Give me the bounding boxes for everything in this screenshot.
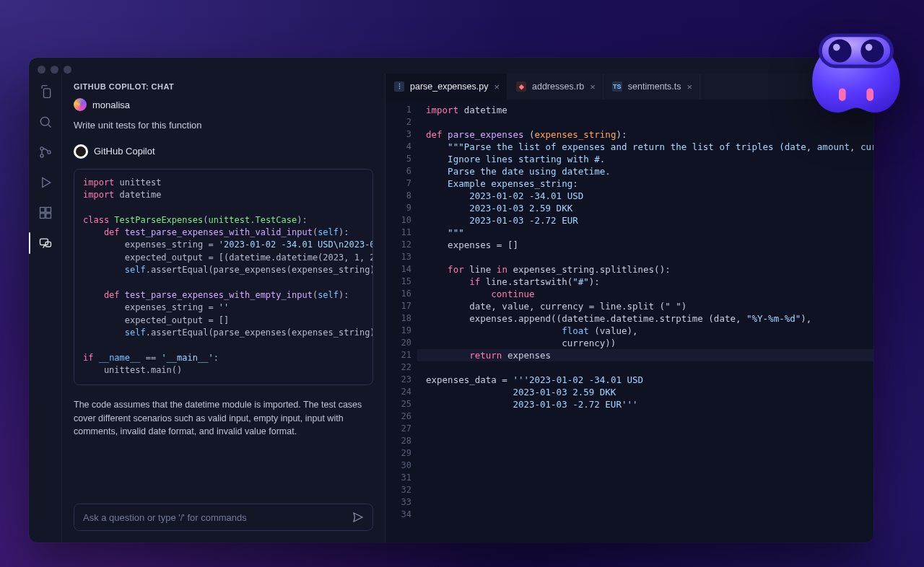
close-icon[interactable]: ×	[687, 82, 693, 92]
svg-point-2	[40, 154, 43, 157]
close-icon[interactable]: ×	[590, 82, 596, 92]
user-prompt: Write unit tests for this function	[74, 118, 373, 133]
svg-point-14	[866, 44, 873, 51]
svg-point-13	[833, 44, 840, 51]
run-debug-icon[interactable]	[38, 175, 53, 190]
editor-area: ⋮ parse_expenses.py × ◆ addresses.rb × T…	[385, 74, 873, 542]
window-min-dot[interactable]	[51, 66, 58, 74]
tab-sentiments[interactable]: TS sentiments.ts ×	[603, 74, 700, 100]
window-close-dot[interactable]	[38, 66, 45, 74]
assistant-code-block: import unittest import datetime class Te…	[74, 169, 373, 385]
extensions-icon[interactable]	[38, 205, 53, 221]
tab-label: parse_expenses.py	[410, 82, 488, 92]
line-gutter: 1 2 3 4 5 6 7 8 9 10 11 12 13 14 15 16 1…	[385, 104, 417, 521]
search-icon[interactable]	[38, 114, 53, 130]
svg-point-0	[40, 117, 49, 126]
window-titlebar	[29, 58, 873, 74]
typescript-file-icon: TS	[612, 82, 622, 92]
source-control-icon[interactable]	[38, 144, 53, 160]
code-editor[interactable]: 1 2 3 4 5 6 7 8 9 10 11 12 13 14 15 16 1…	[385, 100, 873, 542]
copilot-chat-icon[interactable]	[38, 235, 53, 251]
ruby-file-icon: ◆	[516, 82, 526, 92]
svg-point-12	[860, 39, 884, 62]
assistant-name: GitHub Copilot	[94, 146, 155, 157]
svg-rect-15	[839, 88, 846, 101]
tab-parse-expenses[interactable]: ⋮ parse_expenses.py ×	[385, 74, 507, 100]
user-header: monalisa	[74, 98, 373, 111]
svg-rect-6	[45, 214, 51, 219]
app-window: GITHUB COPILOT: CHAT monalisa Write unit…	[29, 58, 873, 542]
python-file-icon: ⋮	[394, 82, 404, 92]
chat-scroll: monalisa Write unit tests for this funct…	[62, 95, 385, 495]
explorer-icon[interactable]	[38, 84, 53, 100]
svg-point-1	[40, 147, 43, 150]
user-avatar-icon	[74, 98, 87, 111]
svg-rect-16	[866, 88, 873, 101]
close-icon[interactable]: ×	[494, 82, 500, 92]
svg-point-11	[829, 39, 852, 62]
copilot-mascot-icon	[798, 14, 914, 130]
assistant-explanation: The code assumes that the datetime modul…	[74, 398, 373, 439]
user-name: monalisa	[92, 100, 130, 110]
chat-input[interactable]	[74, 504, 373, 531]
activity-bar	[29, 74, 62, 542]
svg-point-3	[47, 151, 50, 154]
window-max-dot[interactable]	[64, 66, 71, 74]
svg-rect-4	[40, 208, 45, 213]
panel-title: GITHUB COPILOT: CHAT	[62, 74, 385, 95]
tab-label: sentiments.ts	[628, 82, 681, 92]
copilot-avatar-icon	[74, 144, 88, 159]
code-content: import datetime def parse_expenses (expe…	[426, 104, 873, 410]
tab-label: addresses.rb	[532, 82, 584, 92]
svg-rect-5	[40, 214, 45, 219]
copilot-panel: GITHUB COPILOT: CHAT monalisa Write unit…	[62, 74, 385, 542]
svg-rect-7	[45, 208, 51, 213]
assistant-header: GitHub Copilot	[74, 144, 373, 159]
send-button[interactable]	[350, 509, 366, 525]
tab-addresses[interactable]: ◆ addresses.rb ×	[507, 74, 603, 100]
